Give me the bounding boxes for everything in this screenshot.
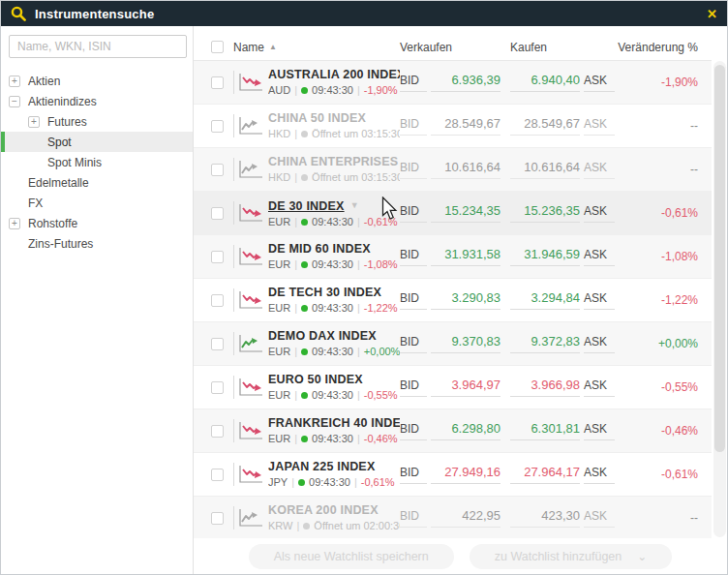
- instrument-name[interactable]: DE TECH 30 INDEX: [268, 286, 400, 300]
- ask-price[interactable]: 15.236,35: [510, 203, 580, 223]
- instrument-status: EUR|09:43:30|-0,46%: [268, 432, 400, 445]
- row-checkbox[interactable]: [211, 76, 224, 89]
- bid-price[interactable]: 9.370,83: [431, 334, 500, 353]
- bid-label: BID: [400, 204, 427, 223]
- instrument-name[interactable]: AUSTRALIA 200 INDEX: [268, 68, 400, 82]
- sidebar-item-zins-futures[interactable]: Zins-Futures: [1, 233, 193, 254]
- table-row[interactable]: AUSTRALIA 200 INDEXAUD|09:43:30|-1,90%BI…: [194, 61, 712, 105]
- sparkline-icon: [233, 288, 260, 312]
- scrollbar-thumb[interactable]: [714, 65, 725, 452]
- ask-price[interactable]: 10.616,64: [510, 160, 580, 179]
- change-percent: --: [615, 119, 712, 133]
- table-row[interactable]: DE MID 60 INDEXEUR|09:43:30|-1,08%BID31.…: [194, 235, 712, 279]
- sub-change-percent: -0,46%: [364, 433, 398, 444]
- close-icon[interactable]: ✕: [707, 8, 717, 20]
- row-checkbox[interactable]: [211, 207, 224, 220]
- instrument-name[interactable]: EURO 50 INDEX: [268, 373, 400, 387]
- quote-time: 09:43:30: [312, 84, 353, 96]
- sparkline-icon: [233, 158, 260, 181]
- column-header-change[interactable]: Veränderung %: [615, 41, 712, 54]
- row-checkbox[interactable]: [211, 512, 224, 525]
- expand-icon[interactable]: +: [9, 76, 20, 87]
- table-row[interactable]: KOREA 200 INDEXKRW|Öffnet um 02:00:30BID…: [194, 497, 712, 540]
- table-row[interactable]: EURO 50 INDEXEUR|09:43:30|-0,55%BID3.964…: [194, 366, 712, 409]
- row-menu-caret-icon[interactable]: ▼: [350, 200, 359, 210]
- ask-price[interactable]: 27.964,17: [510, 465, 580, 484]
- quote-time: 09:43:30: [312, 302, 353, 314]
- table-header: Name ▲ Verkaufen Kaufen Veränderung %: [194, 34, 712, 61]
- row-checkbox[interactable]: [211, 120, 224, 133]
- collapse-icon[interactable]: −: [9, 96, 20, 107]
- expand-icon[interactable]: +: [28, 116, 40, 128]
- instrument-name[interactable]: KOREA 200 INDEX: [268, 503, 400, 518]
- row-checkbox[interactable]: [211, 381, 224, 394]
- bid-price[interactable]: 27.949,16: [431, 465, 500, 484]
- market-closed-dot: [303, 523, 310, 530]
- sidebar-item-spot[interactable]: Spot: [1, 132, 193, 152]
- bid-price[interactable]: 6.298,80: [431, 421, 500, 440]
- titlebar: Instrumentensuche ✕: [1, 1, 727, 26]
- instrument-status: HKD|Öffnet um 03:15:30: [268, 127, 400, 140]
- sidebar-item-futures[interactable]: +Futures: [1, 111, 193, 132]
- select-all-checkbox[interactable]: [211, 41, 224, 53]
- row-checkbox[interactable]: [211, 469, 224, 481]
- instrument-name[interactable]: DE MID 60 INDEX: [268, 242, 400, 257]
- table-row[interactable]: DEMO DAX INDEXEUR|09:43:30|+0,00%BID9.37…: [194, 322, 712, 366]
- instrument-name[interactable]: JAPAN 225 INDEX: [268, 460, 400, 474]
- column-header-sell[interactable]: Verkaufen: [400, 41, 510, 54]
- market-closed-dot: [301, 131, 308, 137]
- expand-icon[interactable]: +: [9, 218, 20, 229]
- bid-price[interactable]: 31.931,58: [431, 247, 500, 266]
- row-checkbox[interactable]: [211, 338, 224, 350]
- instrument-name-text: KOREA 200 INDEX: [268, 503, 379, 517]
- ask-price[interactable]: 3.294,84: [510, 290, 580, 310]
- sidebar-item-edelmetalle[interactable]: Edelmetalle: [1, 172, 193, 193]
- instrument-name[interactable]: DEMO DAX INDEX: [268, 329, 400, 344]
- change-percent: -0,46%: [615, 424, 712, 438]
- instrument-name[interactable]: DE 30 INDEX▼: [268, 198, 400, 214]
- sidebar-item-fx[interactable]: FX: [1, 193, 193, 213]
- ask-price[interactable]: 3.966,98: [510, 378, 580, 397]
- sidebar-item-spot-minis[interactable]: Spot Minis: [1, 152, 193, 172]
- instrument-name[interactable]: CHINA 50 INDEX: [268, 111, 400, 126]
- row-checkbox[interactable]: [211, 251, 224, 263]
- table-row[interactable]: CHINA 50 INDEXHKD|Öffnet um 03:15:30BID2…: [194, 105, 712, 148]
- save-watchlist-button[interactable]: Als neue Watchlist speichern: [249, 544, 454, 569]
- table-row[interactable]: CHINA ENTERPRISES IND...HKD|Öffnet um 03…: [194, 148, 712, 192]
- table-row[interactable]: JAPAN 225 INDEXJPY|09:43:30|-0,61%BID27.…: [194, 453, 712, 497]
- add-to-watchlist-button[interactable]: zu Watchlist hinzufügen ⌄: [470, 544, 673, 569]
- column-header-buy[interactable]: Kaufen: [510, 41, 615, 54]
- ask-price[interactable]: 423,30: [510, 508, 580, 528]
- ask-price[interactable]: 28.549,67: [510, 116, 580, 136]
- sidebar-item-rohstoffe[interactable]: +Rohstoffe: [1, 213, 193, 233]
- bid-price[interactable]: 10.616,64: [431, 160, 500, 179]
- instrument-name-text: DE TECH 30 INDEX: [268, 286, 381, 299]
- table-row[interactable]: DE 30 INDEX▼EUR|09:43:30|-0,61%BID15.234…: [194, 192, 712, 235]
- bid-price[interactable]: 28.549,67: [431, 116, 500, 136]
- bid-price[interactable]: 6.936,39: [431, 73, 500, 92]
- ask-price[interactable]: 31.946,59: [510, 247, 580, 266]
- table-row[interactable]: DE TECH 30 INDEXEUR|09:43:30|-1,22%BID3.…: [194, 279, 712, 322]
- table-row[interactable]: FRANKREICH 40 INDEXEUR|09:43:30|-0,46%BI…: [194, 409, 712, 453]
- ask-price[interactable]: 6.940,40: [510, 73, 580, 92]
- search-input[interactable]: [9, 35, 187, 58]
- instrument-name[interactable]: FRANKREICH 40 INDEX: [268, 416, 400, 431]
- scrollbar[interactable]: [713, 61, 726, 537]
- column-header-name[interactable]: Name ▲: [233, 41, 400, 54]
- currency-label: EUR: [268, 433, 290, 444]
- sidebar-item-aktienindizes[interactable]: −Aktienindizes: [1, 91, 193, 111]
- bid-price[interactable]: 422,95: [431, 508, 500, 528]
- ask-price[interactable]: 6.301,81: [510, 421, 580, 440]
- bid-price[interactable]: 3.964,97: [431, 378, 500, 397]
- bid-label: BID: [400, 74, 427, 92]
- quote-time: 09:43:30: [312, 389, 353, 401]
- ask-price[interactable]: 9.372,83: [510, 334, 580, 353]
- row-checkbox[interactable]: [211, 425, 224, 438]
- row-checkbox[interactable]: [211, 294, 224, 307]
- sidebar-item-aktien[interactable]: +Aktien: [1, 71, 193, 91]
- bid-price[interactable]: 3.290,83: [431, 290, 500, 310]
- instrument-name[interactable]: CHINA ENTERPRISES IND...: [268, 155, 400, 169]
- bid-price[interactable]: 15.234,35: [431, 203, 500, 223]
- separator: |: [294, 258, 297, 270]
- row-checkbox[interactable]: [211, 164, 224, 176]
